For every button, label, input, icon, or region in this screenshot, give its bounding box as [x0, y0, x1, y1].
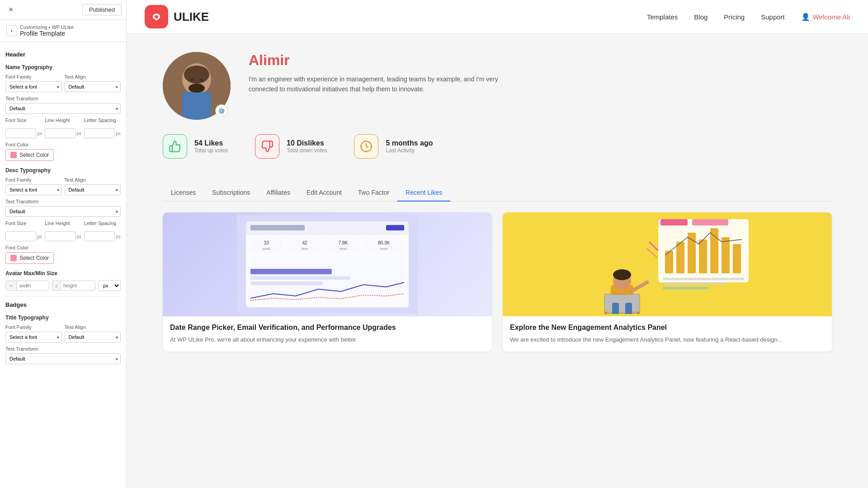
svg-rect-2: [182, 92, 211, 120]
text-transform-select-3-wrapper: Default: [5, 353, 121, 364]
select-color-button-2[interactable]: Select Color: [5, 252, 54, 264]
cards-grid: 33 posts 42 likes 7.8K views 80.3K reach: [163, 212, 832, 352]
avatar-height-input[interactable]: [61, 281, 95, 290]
tab-subscriptions[interactable]: Subscriptions: [204, 184, 258, 202]
svg-rect-40: [692, 219, 728, 225]
stat-dislikes-info: 10 Dislikes Total down votes: [287, 139, 327, 154]
svg-text:reach: reach: [380, 247, 388, 250]
text-align-select-1[interactable]: Default: [65, 81, 121, 92]
line-height-input-1[interactable]: [45, 128, 75, 138]
text-transform-select-2[interactable]: Default: [5, 206, 121, 217]
font-family-select-1-wrapper: Select a font: [5, 81, 62, 92]
letter-spacing-px-2: px: [116, 234, 121, 239]
customizer-panel: × Published ‹ Customizing • WP ULike Pro…: [0, 0, 127, 488]
tab-affiliates[interactable]: Affiliates: [258, 184, 298, 202]
svg-rect-41: [663, 278, 744, 280]
font-size-label-2: Font Size: [5, 221, 26, 226]
font-family-select-3-wrapper: Select a font: [5, 332, 62, 343]
font-family-select-1[interactable]: Select a font: [5, 81, 62, 92]
text-align-select-2-wrapper: Default: [65, 184, 121, 195]
card-yellow-thumb: [503, 212, 832, 316]
svg-text:likes: likes: [302, 247, 308, 250]
line-height-px-2: px: [76, 234, 81, 239]
divider-1: [5, 296, 121, 297]
svg-rect-33: [676, 242, 684, 273]
card-analytics-body: Date Range Picker, Email Verification, a…: [163, 316, 492, 352]
font-size-px-1: px: [37, 131, 42, 136]
text-transform-select-1[interactable]: Default: [5, 103, 121, 114]
avatar-unit-select[interactable]: px % em: [98, 280, 121, 291]
activity-label: Last Activity: [386, 147, 433, 154]
likes-value: 54 Likes: [194, 139, 228, 147]
gear-badge[interactable]: ⚙️: [215, 104, 228, 117]
published-button[interactable]: Published: [82, 4, 122, 15]
font-family-label-3: Font Family: [5, 324, 62, 330]
avatar-container: ⚙️: [163, 52, 231, 120]
preview-panel: ULIKE Templates Blog Pricing Support 👤 W…: [127, 0, 868, 488]
svg-text:posts: posts: [263, 247, 270, 251]
line-height-input-2[interactable]: [45, 231, 75, 241]
font-size-px-2: px: [37, 234, 42, 239]
tab-edit-account[interactable]: Edit Account: [298, 184, 350, 202]
nav-support[interactable]: Support: [761, 13, 785, 21]
line-height-label-1: Line Height: [45, 117, 70, 123]
avatar-width-input[interactable]: [17, 281, 49, 290]
card-yellow-body: Explore the New Engagement Analytics Pan…: [503, 316, 832, 352]
letter-spacing-input-2[interactable]: [84, 231, 115, 241]
font-size-input-2[interactable]: [5, 231, 36, 241]
nav-welcome-text: Welcome Ali: [813, 13, 850, 21]
desc-typography-title: Desc Typography: [5, 167, 121, 174]
svg-point-5: [189, 84, 205, 93]
nav-welcome[interactable]: 👤 Welcome Ali: [801, 13, 850, 21]
text-transform-label-2: Text Transform: [5, 199, 121, 204]
logo-text: ULIKE: [174, 10, 209, 24]
letter-spacing-input-1[interactable]: [84, 128, 115, 138]
svg-rect-35: [699, 239, 707, 273]
width-icon: ↔: [6, 281, 17, 290]
avatar-height-group: ↕: [52, 281, 96, 291]
svg-rect-28: [250, 276, 350, 280]
svg-rect-51: [625, 303, 632, 314]
dislikes-label: Total down votes: [287, 147, 327, 154]
nav-templates[interactable]: Templates: [647, 13, 678, 21]
svg-rect-39: [660, 219, 688, 225]
font-size-input-1[interactable]: [5, 128, 36, 138]
back-button[interactable]: ‹: [6, 25, 17, 36]
text-align-select-1-wrapper: Default: [65, 81, 121, 92]
site-nav: ULIKE Templates Blog Pricing Support 👤 W…: [127, 0, 868, 34]
svg-rect-26: [250, 258, 404, 294]
nav-pricing[interactable]: Pricing: [724, 13, 745, 21]
close-button[interactable]: ×: [5, 4, 17, 16]
tab-licenses[interactable]: Licenses: [163, 184, 204, 202]
select-color-button-1[interactable]: Select Color: [5, 149, 54, 161]
font-family-select-3[interactable]: Select a font: [5, 332, 62, 343]
svg-rect-42: [663, 282, 726, 285]
svg-rect-37: [722, 237, 730, 273]
svg-rect-43: [663, 287, 708, 289]
line-height-px-1: px: [76, 131, 81, 136]
font-family-label-1: Font Family: [5, 74, 62, 80]
card-analytics-desc: At WP ULike Pro, we're all about enhanci…: [170, 335, 485, 344]
card-yellow-desc: We are excited to introduce the new Enga…: [510, 335, 825, 344]
tab-two-factor[interactable]: Two Factor: [350, 184, 397, 202]
nav-blog[interactable]: Blog: [694, 13, 708, 21]
svg-rect-38: [733, 244, 741, 273]
text-align-select-2[interactable]: Default: [65, 184, 121, 195]
card-yellow: Explore the New Engagement Analytics Pan…: [503, 212, 832, 352]
select-color-label-1: Select Color: [19, 152, 49, 158]
avatar-width-group: ↔: [5, 281, 49, 291]
text-transform-select-2-wrapper: Default: [5, 206, 121, 217]
letter-spacing-label-1: Letter Spacing: [84, 117, 116, 123]
likes-label: Total up votes: [194, 147, 228, 154]
svg-point-47: [613, 269, 631, 280]
tab-recent-likes[interactable]: Recent Likes: [397, 184, 450, 202]
font-size-label-1: Font Size: [5, 117, 26, 123]
text-transform-select-3[interactable]: Default: [5, 353, 121, 364]
svg-text:80.3K: 80.3K: [378, 240, 390, 245]
name-typography-title: Name Typography: [5, 64, 121, 70]
text-transform-select-1-wrapper: Default: [5, 103, 121, 114]
svg-rect-49: [605, 295, 639, 312]
font-family-select-2[interactable]: Select a font: [5, 184, 62, 195]
text-align-select-3-wrapper: Default: [65, 332, 121, 343]
text-align-select-3[interactable]: Default: [65, 332, 121, 343]
